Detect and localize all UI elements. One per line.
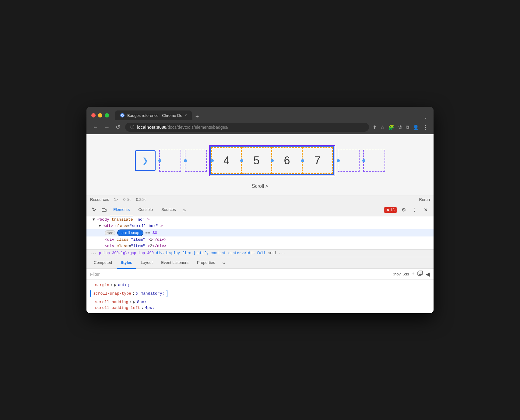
browser-content: ❯ 4 — [86, 134, 434, 313]
device-icon — [101, 207, 107, 213]
tab-layout[interactable]: Layout — [137, 257, 156, 269]
scroll-snap-badge[interactable]: scroll-snap — [118, 230, 143, 236]
css-prop-scroll-snap-type: scroll-snap-type — [93, 291, 131, 296]
address-bar: ← → ↺ ⓘ localhost:8080/docs/devtools/ele… — [86, 120, 434, 134]
browser-window: Badges reference - Chrome De × + ⌄ ← → ↺… — [86, 107, 434, 313]
svg-rect-3 — [102, 208, 105, 212]
tab-properties[interactable]: Properties — [193, 257, 219, 269]
scroll-outer-border: 4 5 6 7 — [209, 145, 335, 176]
ghost-box-3 — [338, 150, 360, 172]
html-line-body: ▼ <body translate="no" > — [86, 216, 434, 223]
css-scroll-padding-line: scroll-padding : 8px; — [90, 299, 430, 305]
snap-dot-2 — [184, 159, 187, 162]
menu-icon[interactable]: ⋮ — [423, 124, 429, 131]
blue-box-chevron: ❯ — [142, 156, 148, 165]
snap-dot-6 — [271, 159, 274, 162]
scroll-item-4: 4 — [211, 147, 242, 174]
snap-dot-4 — [211, 159, 214, 162]
filter-row: Filter :hov .cls + ◀ — [86, 269, 434, 280]
tab-computed[interactable]: Computed — [90, 257, 116, 269]
speed-0.5x[interactable]: 0.5× — [123, 197, 131, 202]
tab-favicon — [120, 113, 125, 118]
device-mode-button[interactable] — [100, 206, 108, 214]
add-style-button[interactable]: + — [411, 271, 415, 277]
scroll-item-7: 7 — [303, 147, 333, 174]
settings-button[interactable]: ⚙ — [399, 206, 408, 214]
copy-styles-button[interactable] — [417, 271, 423, 278]
close-devtools-icon: ✕ — [424, 207, 428, 213]
forward-button[interactable]: → — [103, 123, 111, 132]
overflow-icon: ⋮ — [412, 207, 417, 213]
close-devtools-button[interactable]: ✕ — [421, 206, 430, 214]
flex-badge[interactable]: flex — [105, 230, 115, 235]
scroll-container[interactable]: 4 5 6 7 — [210, 146, 334, 175]
settings-icon: ⚙ — [402, 207, 406, 213]
maximize-button[interactable] — [105, 113, 109, 117]
active-tab[interactable]: Badges reference - Chrome De × — [115, 110, 192, 120]
expand-padding-triangle[interactable] — [133, 301, 135, 304]
share-icon[interactable]: ⬆ — [373, 124, 377, 130]
tab-bar: Badges reference - Chrome De × + ⌄ — [115, 110, 429, 120]
labs-icon[interactable]: ⚗ — [398, 124, 402, 130]
expand-triangle[interactable] — [114, 284, 116, 287]
extensions-icon[interactable]: 🧩 — [388, 124, 394, 130]
tab-event-listeners[interactable]: Event Listeners — [157, 257, 192, 269]
css-margin-line: margin : auto; — [90, 282, 430, 288]
tab-styles[interactable]: Styles — [117, 257, 136, 269]
split-icon[interactable]: ⧉ — [406, 124, 409, 130]
speed-0.25x[interactable]: 0.25× — [136, 197, 146, 202]
reload-button[interactable]: ↺ — [114, 123, 121, 132]
snap-dot-5 — [240, 159, 243, 162]
html-line-scroll-box: ▼ <div class="scroll-box" > — [86, 223, 434, 229]
address-field[interactable]: ⓘ localhost:8080/docs/devtools/elements/… — [125, 123, 369, 132]
profile-icon[interactable]: 👤 — [413, 124, 419, 130]
title-bar: Badges reference - Chrome De × + ⌄ — [86, 107, 434, 120]
back-button[interactable]: ← — [91, 123, 99, 132]
inspect-element-button[interactable] — [90, 206, 99, 214]
hov-button[interactable]: :hov — [393, 272, 401, 276]
css-value-scroll-snap-type: x mandatory; — [136, 291, 165, 296]
filter-placeholder[interactable]: Filter — [90, 272, 391, 277]
minimize-button[interactable] — [98, 113, 102, 117]
new-tab-button[interactable]: + — [192, 113, 203, 120]
error-count: 13 — [391, 208, 395, 212]
error-x-icon: ✕ — [386, 208, 389, 212]
style-tabs: Computed Styles Layout Event Listeners P… — [86, 257, 434, 269]
ghost-box-1 — [159, 150, 181, 172]
cls-button[interactable]: .cls — [403, 272, 409, 276]
bookmark-icon[interactable]: ☆ — [380, 124, 385, 130]
address-actions: ⬆ ☆ 🧩 ⚗ ⧉ 👤 ⋮ — [373, 124, 429, 131]
snap-dot-3 — [337, 159, 340, 162]
css-highlighted-property: scroll-snap-type : x mandatory; — [90, 290, 167, 297]
ghost-box-2 — [185, 150, 207, 172]
overflow-menu-button[interactable]: ⋮ — [410, 206, 419, 214]
rerun-button[interactable]: Rerun — [419, 197, 430, 202]
filter-actions: :hov .cls + ◀ — [393, 271, 430, 278]
close-button[interactable] — [91, 113, 96, 117]
css-panel: margin : auto; scroll-snap-type : x mand… — [86, 280, 434, 313]
tab-close-icon[interactable]: × — [185, 113, 187, 117]
resources-bar: Resources 1× 0.5× 0.25× Rerun — [86, 195, 434, 204]
address-info-icon: ⓘ — [130, 124, 134, 130]
html-line-item-1: <div class="item" >1</div> — [86, 236, 434, 243]
css-scroll-padding-left-line: scroll-padding-left : 4px; — [90, 305, 430, 311]
devtools-header: Elements Console Sources » ✕ 13 ⚙ ⋮ — [86, 204, 434, 216]
copy-icon — [417, 271, 423, 276]
tab-console[interactable]: Console — [135, 204, 156, 216]
sidebar-toggle-button[interactable]: ◀ — [426, 271, 430, 278]
scroll-label: Scroll > — [252, 184, 268, 189]
tab-sources[interactable]: Sources — [158, 204, 180, 216]
snap-dot-8 — [362, 159, 365, 162]
more-style-tabs-icon[interactable]: » — [220, 260, 227, 266]
snap-dot-1 — [158, 159, 161, 162]
inspect-icon — [92, 207, 97, 213]
tab-chevron-icon[interactable]: ⌄ — [423, 114, 429, 120]
svg-rect-4 — [105, 209, 106, 212]
html-line-item-2: <div class="item" >2</div> — [86, 243, 434, 249]
elements-panel: ▼ <body translate="no" > ▼ <div class="s… — [86, 216, 434, 249]
speed-1x[interactable]: 1× — [114, 197, 118, 202]
more-tabs-icon[interactable]: » — [181, 207, 188, 213]
scroll-demo: ❯ 4 — [129, 140, 391, 181]
tab-elements[interactable]: Elements — [110, 204, 133, 216]
error-badge[interactable]: ✕ 13 — [384, 207, 397, 213]
